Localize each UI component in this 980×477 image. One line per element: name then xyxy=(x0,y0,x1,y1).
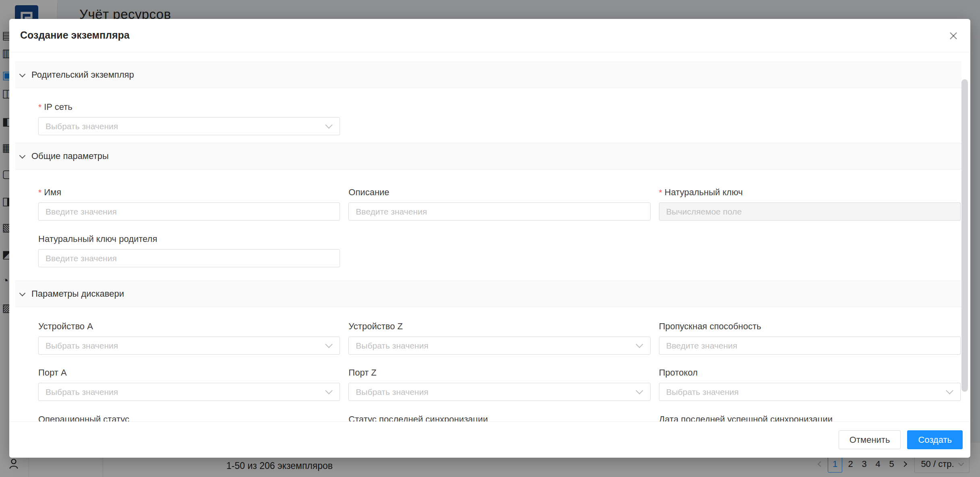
section-header-discovery-params[interactable]: Параметры дискавери xyxy=(15,281,961,307)
description-input[interactable] xyxy=(348,202,650,221)
field-label: Устройство Z xyxy=(348,322,650,331)
field-label: Дата последней успешной синхронизации xyxy=(659,415,961,421)
select-placeholder: Выбрать значения xyxy=(46,387,118,397)
field-label: Пропускная способность xyxy=(659,322,961,331)
select-placeholder: Выбрать значения xyxy=(46,341,118,351)
field-label: Порт Z xyxy=(348,368,650,377)
chevron-down-icon xyxy=(19,290,26,296)
field-label: Порт A xyxy=(38,368,340,377)
field-name: *Имя xyxy=(38,188,340,221)
field-device-z: Устройство Z Выбрать значения xyxy=(348,322,650,355)
chevron-down-icon xyxy=(325,387,333,394)
create-instance-modal: Создание экземпляра Родительский экземпл… xyxy=(9,19,970,458)
select-placeholder: Выбрать значения xyxy=(356,341,428,351)
field-label: *IP сеть xyxy=(38,103,340,112)
close-icon xyxy=(947,30,959,42)
field-port-a: Порт A Выбрать значения xyxy=(38,368,340,401)
field-description: Описание xyxy=(348,188,650,221)
field-label: Статус последней синхронизации xyxy=(348,415,650,421)
required-marker: * xyxy=(659,188,662,197)
ip-network-select[interactable]: Выбрать значения xyxy=(38,117,340,135)
field-parent-natural-key: Натуральный ключ родителя xyxy=(38,235,340,267)
field-ip-network: *IP сеть Выбрать значения xyxy=(38,103,340,135)
required-marker: * xyxy=(38,102,41,112)
port-z-select[interactable]: Выбрать значения xyxy=(348,383,650,401)
select-placeholder: Выбрать значения xyxy=(666,387,739,397)
parent-natural-key-input[interactable] xyxy=(38,249,340,267)
field-natural-key: *Натуральный ключ xyxy=(659,188,961,221)
section-title: Параметры дискавери xyxy=(31,289,124,299)
modal-footer: Отменить Создать xyxy=(9,421,970,458)
chevron-down-icon xyxy=(946,387,953,394)
field-port-z: Порт Z Выбрать значения xyxy=(348,368,650,401)
field-protocol: Протокол Выбрать значения xyxy=(659,368,961,401)
field-label: *Натуральный ключ xyxy=(659,188,961,197)
chevron-down-icon xyxy=(325,121,333,128)
name-input[interactable] xyxy=(38,202,340,221)
select-placeholder: Выбрать значения xyxy=(356,387,428,397)
field-label: Натуральный ключ родителя xyxy=(38,235,340,244)
chevron-down-icon xyxy=(636,341,643,348)
bandwidth-input[interactable] xyxy=(659,337,961,355)
field-device-a: Устройство A Выбрать значения xyxy=(38,322,340,355)
natural-key-input xyxy=(659,202,961,221)
chevron-down-icon xyxy=(325,341,333,348)
field-label: Протокол xyxy=(659,368,961,377)
field-operational-status: Операционный статус xyxy=(38,415,340,421)
device-z-select[interactable]: Выбрать значения xyxy=(348,337,650,355)
cancel-button[interactable]: Отменить xyxy=(839,430,901,449)
field-last-sync-status: Статус последней синхронизации xyxy=(348,415,650,421)
field-label: Операционный статус xyxy=(38,415,340,421)
modal-body: Родительский экземпляр *IP сеть Выбрать … xyxy=(9,52,970,421)
section-header-parent-instance[interactable]: Родительский экземпляр xyxy=(15,62,961,88)
section-header-general-params[interactable]: Общие параметры xyxy=(15,143,961,169)
field-bandwidth: Пропускная способность xyxy=(659,322,961,355)
field-label: Описание xyxy=(348,188,650,197)
chevron-down-icon xyxy=(636,387,643,394)
field-last-successful-sync-date: Дата последней успешной синхронизации xyxy=(659,415,961,421)
port-a-select[interactable]: Выбрать значения xyxy=(38,383,340,401)
create-button[interactable]: Создать xyxy=(907,430,963,449)
scrollbar-thumb[interactable] xyxy=(961,79,968,392)
device-a-select[interactable]: Выбрать значения xyxy=(38,337,340,355)
chevron-down-icon xyxy=(19,152,26,159)
modal-title: Создание экземпляра xyxy=(20,29,130,41)
required-marker: * xyxy=(38,188,41,197)
close-button[interactable] xyxy=(945,28,961,44)
modal-header: Создание экземпляра xyxy=(9,19,970,52)
section-title: Общие параметры xyxy=(31,151,109,161)
select-placeholder: Выбрать значения xyxy=(46,122,118,131)
section-title: Родительский экземпляр xyxy=(31,70,134,80)
field-label: *Имя xyxy=(38,188,340,197)
chevron-down-icon xyxy=(19,71,26,77)
field-label: Устройство A xyxy=(38,322,340,331)
protocol-select[interactable]: Выбрать значения xyxy=(659,383,961,401)
